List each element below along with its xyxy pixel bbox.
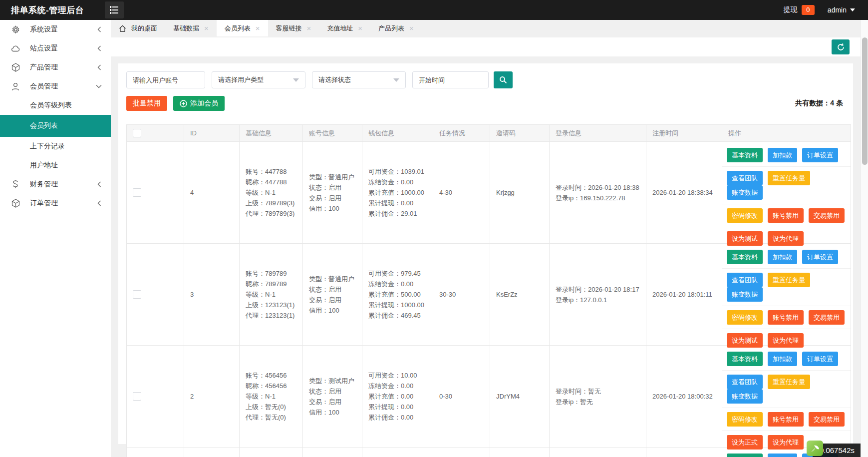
basic-info-cell: 账号：789789昵称：789789等级：N-1上级：123123(1)代理：1… — [239, 244, 302, 345]
registered-time-cell: 2026-01-20 18:01:11 — [646, 244, 722, 345]
action-button[interactable]: 查看团队 — [727, 273, 763, 287]
select-all-checkbox[interactable] — [133, 129, 141, 137]
chevron-left-icon — [97, 200, 102, 206]
action-button[interactable]: 账号禁用 — [768, 412, 804, 427]
add-member-label: 添加会员 — [190, 99, 218, 108]
search-button[interactable] — [494, 71, 513, 88]
hamburger-menu-icon[interactable] — [105, 1, 124, 18]
sidebar-subitem[interactable]: 会员列表 — [0, 115, 111, 137]
action-button[interactable]: 交易禁用 — [809, 310, 845, 325]
info-line: 交易：启用 — [309, 295, 354, 305]
registered-time-cell — [646, 448, 722, 457]
sidebar-subitem[interactable]: 上下分记录 — [0, 137, 111, 156]
user-type-select[interactable]: 请选择用户类型 — [212, 71, 305, 88]
action-button[interactable]: 密码修改 — [727, 310, 763, 325]
tab-label: 我的桌面 — [131, 24, 157, 33]
action-button[interactable]: 交易禁用 — [809, 208, 845, 223]
tab-item[interactable]: 我的桌面 — [111, 20, 165, 36]
action-button[interactable]: 基本资料 — [727, 148, 763, 162]
id-cell: 2 — [184, 346, 239, 447]
tab-active[interactable]: 会员列表× — [217, 20, 268, 36]
row-checkbox[interactable] — [133, 188, 141, 197]
home-icon — [119, 25, 126, 32]
row-checkbox[interactable] — [133, 392, 141, 401]
header-cell: ID — [184, 125, 239, 141]
action-button[interactable]: 订单设置 — [802, 250, 838, 264]
user-menu[interactable]: admin — [828, 6, 855, 14]
action-button[interactable]: 交易禁用 — [809, 412, 845, 427]
info-line: 登录时间：2026-01-20 18:38 — [556, 182, 639, 193]
status-select[interactable]: 请选择状态 — [312, 71, 406, 88]
close-icon[interactable]: × — [358, 24, 362, 32]
tab-label: 会员列表 — [225, 24, 251, 33]
actions-cell: 基本资料加扣款订单设置查看团队重置任务量账变数据密码修改账号禁用交易禁用设为正式… — [722, 346, 851, 447]
sidebar-subitem[interactable]: 会员等级列表 — [0, 96, 111, 115]
action-button[interactable]: 重置任务量 — [768, 171, 810, 185]
action-button[interactable]: 加扣款 — [768, 148, 797, 162]
action-button[interactable]: 密码修改 — [727, 412, 763, 427]
action-button[interactable]: 查看团队 — [727, 171, 763, 185]
add-member-button[interactable]: 添加会员 — [173, 96, 225, 111]
info-line: 登录ip：169.150.222.78 — [556, 193, 639, 203]
sidebar-item[interactable]: 会员管理 — [0, 77, 111, 96]
action-button[interactable]: 账变数据 — [727, 287, 763, 302]
sidebar-item[interactable]: 系统设置 — [0, 20, 111, 39]
info-line: 账号：456456 — [246, 370, 287, 381]
tab-item[interactable]: 基础数据× — [165, 20, 217, 36]
debug-leaf-icon[interactable] — [807, 441, 823, 456]
action-button[interactable]: 订单设置 — [802, 352, 838, 366]
login-info-cell: 登录时间：2026-01-20 18:38登录ip：169.150.222.78 — [549, 142, 646, 243]
sidebar-subitem[interactable]: 用户地址 — [0, 156, 111, 175]
action-button[interactable]: 重置任务量 — [768, 375, 810, 389]
scrollbar-thumb[interactable] — [862, 37, 868, 165]
refresh-icon[interactable] — [832, 39, 850, 54]
row-checkbox[interactable] — [133, 290, 141, 299]
action-button[interactable]: 基本资料 — [727, 352, 763, 366]
wallet-info-cell — [362, 448, 433, 457]
info-line: 累计充值：500.00 — [368, 289, 424, 300]
info-line: 信用：100 — [309, 305, 354, 316]
action-button[interactable]: 查看团队 — [727, 375, 763, 389]
header-cell: 钱包信息 — [362, 125, 433, 141]
tab-item[interactable]: 充值地址× — [319, 20, 370, 36]
action-button[interactable]: 账变数据 — [727, 185, 763, 200]
action-button[interactable]: 基本资料 — [727, 250, 763, 264]
action-button[interactable]: 重置任务量 — [768, 273, 810, 287]
sidebar-item[interactable]: 财务管理 — [0, 175, 111, 194]
sidebar-item[interactable]: 站点设置 — [0, 39, 111, 58]
info-line: 等级：N-1 — [246, 289, 294, 300]
sidebar-item[interactable]: 订单管理 — [0, 194, 111, 213]
tab-item[interactable]: 产品列表× — [370, 20, 422, 36]
close-icon[interactable]: × — [256, 24, 260, 32]
action-button[interactable]: 加扣款 — [768, 352, 797, 366]
info-line: 上级：789789(3) — [246, 198, 294, 208]
tab-item[interactable]: 客服链接× — [268, 20, 319, 36]
batch-disable-button[interactable]: 批量禁用 — [126, 96, 167, 111]
sidebar-item[interactable]: 产品管理 — [0, 58, 111, 77]
account-info-cell: 类型：普通用户状态：启用交易：启用信用：100 — [302, 142, 362, 243]
action-button[interactable]: 加扣款 — [768, 454, 797, 457]
action-button[interactable]: 加扣款 — [768, 250, 797, 264]
invite-code-cell — [490, 448, 549, 457]
login-info-cell — [549, 448, 646, 457]
start-time-input[interactable] — [412, 71, 489, 88]
info-line: 状态：启用 — [309, 386, 354, 397]
withdraw-menu[interactable]: 提现 0 — [784, 5, 815, 15]
action-button[interactable]: 账变数据 — [727, 389, 763, 404]
account-search-input[interactable] — [126, 71, 205, 88]
action-button[interactable]: 账号禁用 — [768, 310, 804, 325]
user-icon — [11, 82, 20, 91]
header-label: 任务情况 — [439, 129, 465, 138]
sidebar: 系统设置站点设置产品管理会员管理会员等级列表会员列表上下分记录用户地址财务管理订… — [0, 20, 111, 457]
actions-cell: 基本资料加扣款订单设置查看团队重置任务量账变数据密码修改账号禁用交易禁用设为测试… — [722, 142, 851, 243]
close-icon[interactable]: × — [307, 24, 311, 32]
close-icon[interactable]: × — [204, 24, 209, 32]
action-button[interactable]: 账号禁用 — [768, 208, 804, 223]
action-button[interactable]: 订单设置 — [802, 148, 838, 162]
header-cell: 任务情况 — [433, 125, 490, 141]
action-button[interactable]: 基本资料 — [727, 454, 763, 457]
action-button[interactable]: 密码修改 — [727, 208, 763, 223]
topbar: 排单系统-管理后台 提现 0 admin — [0, 0, 868, 20]
close-icon[interactable]: × — [409, 24, 414, 32]
vertical-scrollbar[interactable] — [861, 20, 868, 457]
